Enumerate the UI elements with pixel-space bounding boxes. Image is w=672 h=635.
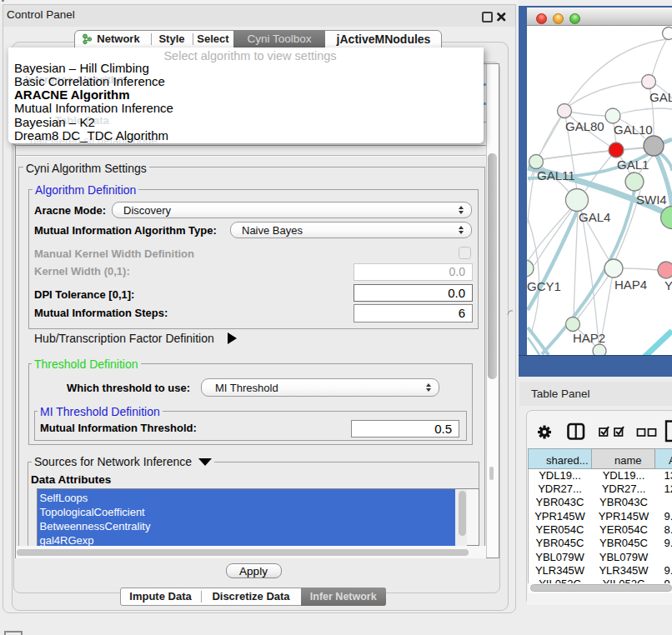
svg-text:GAL80: GAL80 xyxy=(565,119,604,133)
svg-text:GAL10: GAL10 xyxy=(614,122,653,137)
svg-text:GCY1: GCY1 xyxy=(527,279,561,293)
svg-text:SWI4: SWI4 xyxy=(636,192,667,207)
svg-text:GAL11: GAL11 xyxy=(537,168,575,182)
svg-text:Y: Y xyxy=(664,278,672,292)
svg-text:GAL1: GAL1 xyxy=(617,158,649,172)
svg-text:HAP4: HAP4 xyxy=(614,278,647,292)
svg-text:HAP2: HAP2 xyxy=(573,331,605,345)
svg-text:GAL7: GAL7 xyxy=(649,90,672,104)
svg-text:GAL4: GAL4 xyxy=(579,210,610,224)
